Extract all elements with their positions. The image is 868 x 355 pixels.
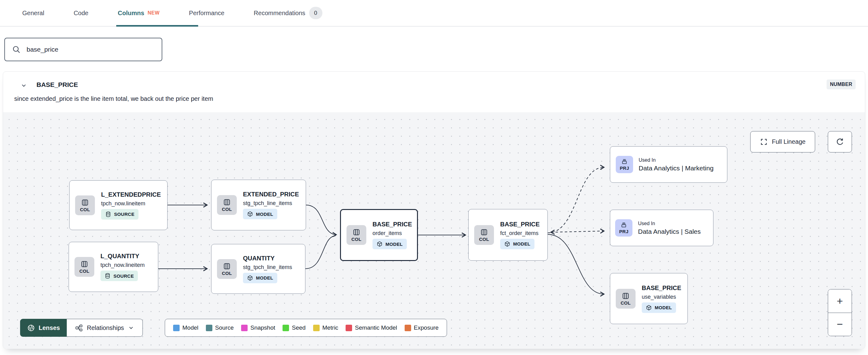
legend-swatch	[346, 325, 352, 331]
column-chip: COL	[346, 225, 366, 245]
badge-label: SOURCE	[114, 211, 134, 217]
node-title: Data Analytics | Sales	[638, 228, 701, 235]
columns-icon	[223, 262, 231, 270]
tab-recommendations[interactable]: Recommendations 0	[254, 7, 322, 19]
node-title: BASE_PRICE	[642, 285, 681, 292]
project-icon	[620, 222, 627, 229]
legend-label: Metric	[322, 324, 339, 331]
column-chip: COL	[217, 259, 237, 279]
search-value: base_price	[27, 46, 58, 53]
legend-swatch	[173, 325, 180, 331]
relationships-icon	[75, 324, 83, 332]
lineage-node-l-quantity[interactable]: COL L_QUANTITY tpch_now.lineitem SOURCE	[69, 242, 158, 292]
cube-icon	[376, 241, 383, 247]
project-chip: PRJ	[616, 156, 633, 173]
count-badge: 0	[309, 7, 322, 19]
chip-label: COL	[80, 268, 90, 274]
lineage-node-base-price-order-items[interactable]: COL BASE_PRICE order_items MODEL	[340, 209, 418, 261]
refresh-button[interactable]	[828, 131, 852, 152]
node-subtitle: use_variables	[642, 294, 681, 300]
full-lineage-button[interactable]: Full Lineage	[750, 131, 815, 152]
legend-item-model: Model	[173, 324, 198, 331]
source-badge: SOURCE	[100, 271, 138, 281]
chip-label: COL	[351, 237, 362, 242]
legend-label: Seed	[292, 324, 305, 331]
column-title: BASE_PRICE	[36, 81, 78, 88]
lineage-node-base-price-fct-order-items[interactable]: COL BASE_PRICE fct_order_items MODEL	[468, 209, 548, 261]
legend-item-metric: Metric	[313, 324, 339, 331]
lineage-node-l-extendedprice[interactable]: COL L_EXTENDEDPRICE tpch_now.lineitem SO…	[69, 180, 167, 230]
column-card: BASE_PRICE NUMBER since extended_price i…	[3, 71, 865, 349]
legend-item-source: Source	[206, 324, 234, 331]
legend-label: Snapshot	[250, 324, 275, 331]
legend-item-exposure: Exposure	[405, 324, 439, 331]
columns-icon	[81, 199, 89, 207]
chip-label: COL	[621, 300, 631, 305]
database-icon	[105, 211, 111, 217]
node-eyebrow: Used In	[638, 221, 701, 226]
lineage-node-extended-price[interactable]: COL EXTENDED_PRICE stg_tpch_line_items M…	[211, 180, 306, 230]
lineage-node-used-in-sales[interactable]: PRJ Used In Data Analytics | Sales	[610, 210, 713, 246]
tab-general[interactable]: General	[22, 9, 44, 17]
lineage-canvas[interactable]: COL L_EXTENDEDPRICE tpch_now.lineitem SO…	[3, 112, 865, 349]
page: General Code Columns NEW Performance Rec…	[0, 0, 868, 355]
expand-icon	[760, 138, 768, 146]
new-badge: NEW	[148, 10, 160, 16]
legend-swatch	[241, 325, 248, 331]
project-chip: PRJ	[615, 219, 632, 237]
tab-columns[interactable]: Columns NEW	[118, 9, 159, 17]
badge-label: MODEL	[513, 241, 530, 246]
column-description: since extended_price is the line item to…	[14, 95, 213, 102]
refresh-icon	[835, 137, 844, 147]
search-input[interactable]: base_price	[4, 38, 162, 61]
source-badge: SOURCE	[101, 209, 138, 219]
column-card-header: BASE_PRICE NUMBER since extended_price i…	[3, 72, 865, 112]
badge-label: MODEL	[256, 211, 273, 217]
legend-label: Semantic Model	[355, 324, 397, 331]
active-tab-underline	[116, 25, 198, 27]
legend-label: Model	[182, 324, 198, 331]
node-title: Data Analytics | Marketing	[639, 165, 713, 172]
node-title: L_EXTENDEDPRICE	[101, 191, 161, 198]
model-badge: MODEL	[642, 302, 676, 313]
columns-icon	[223, 198, 231, 206]
lineage-node-used-in-marketing[interactable]: PRJ Used In Data Analytics | Marketing	[610, 146, 727, 183]
legend-swatch	[313, 325, 320, 331]
legend-swatch	[206, 325, 212, 331]
model-badge: MODEL	[243, 209, 277, 219]
lineage-node-base-price-use-variables[interactable]: COL BASE_PRICE use_variables MODEL	[610, 273, 688, 324]
chip-label: COL	[80, 207, 90, 212]
tab-label: Code	[73, 9, 88, 17]
node-subtitle: tpch_now.lineitem	[100, 262, 145, 268]
lenses-label: Lenses	[39, 324, 60, 331]
zoom-out-button[interactable]: −	[828, 313, 851, 336]
node-subtitle: stg_tpch_line_items	[243, 200, 299, 207]
columns-icon	[480, 228, 488, 236]
aperture-icon	[27, 324, 35, 332]
full-lineage-label: Full Lineage	[772, 138, 806, 145]
chip-label: PRJ	[619, 229, 628, 234]
legend-item-snapshot: Snapshot	[241, 324, 275, 331]
chevron-down-icon[interactable]	[20, 81, 28, 89]
relationships-label: Relationships	[87, 324, 124, 331]
zoom-control: + −	[828, 289, 852, 336]
cube-icon	[247, 211, 253, 217]
tab-label: General	[22, 9, 44, 17]
lineage-node-quantity[interactable]: COL QUANTITY stg_tpch_line_items MODEL	[211, 244, 305, 294]
cube-icon	[247, 275, 253, 281]
lenses-button[interactable]: Lenses	[20, 319, 67, 337]
tab-code[interactable]: Code	[73, 9, 88, 17]
zoom-in-button[interactable]: +	[828, 290, 851, 313]
relationships-dropdown[interactable]: Relationships	[67, 319, 143, 337]
model-badge: MODEL	[243, 273, 277, 283]
node-title: QUANTITY	[243, 255, 292, 262]
legend-item-semantic-model: Semantic Model	[346, 324, 397, 331]
node-title: L_QUANTITY	[100, 253, 145, 260]
tab-performance[interactable]: Performance	[189, 9, 224, 17]
node-subtitle: stg_tpch_line_items	[243, 264, 292, 271]
chip-label: PRJ	[620, 166, 629, 171]
node-subtitle: order_items	[372, 230, 411, 237]
chip-label: COL	[222, 271, 232, 276]
cube-icon	[646, 304, 652, 311]
project-icon	[621, 158, 628, 165]
